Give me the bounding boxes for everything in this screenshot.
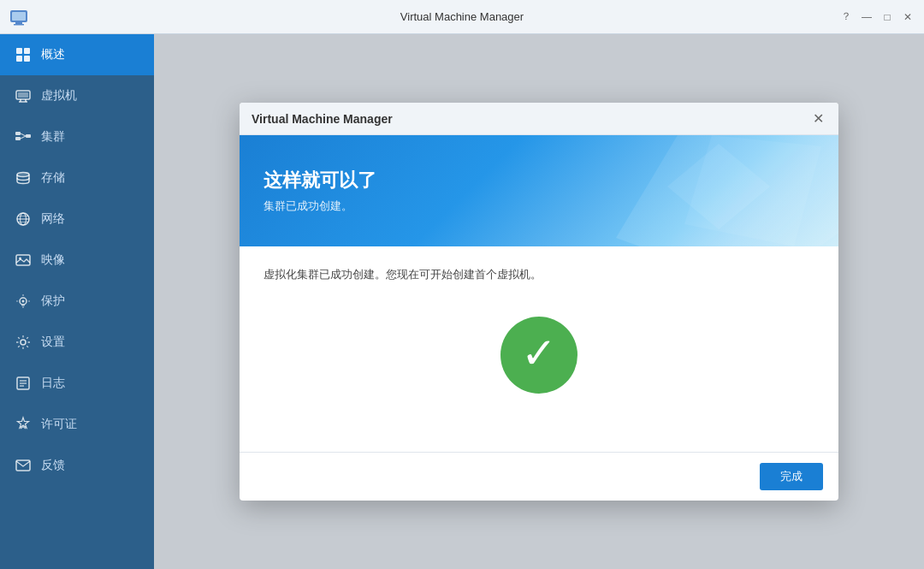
sidebar-item-settings-label: 设置 bbox=[41, 335, 65, 350]
svg-rect-14 bbox=[15, 137, 21, 140]
svg-rect-7 bbox=[24, 56, 30, 62]
maximize-button[interactable]: □ bbox=[880, 9, 895, 25]
svg-rect-6 bbox=[16, 56, 22, 62]
sidebar-item-cluster[interactable]: 集群 bbox=[0, 116, 154, 157]
svg-line-17 bbox=[21, 136, 26, 139]
title-bar-left bbox=[9, 7, 29, 27]
license-icon bbox=[14, 415, 33, 434]
checkmark-icon: ✓ bbox=[521, 332, 557, 375]
vm-icon bbox=[14, 86, 33, 105]
modal-title: Virtual Machine Manager bbox=[252, 112, 393, 126]
modal-footer: 完成 bbox=[240, 452, 838, 501]
svg-rect-2 bbox=[15, 22, 22, 24]
pin-button[interactable]: ？ bbox=[838, 9, 854, 25]
sidebar-item-storage-label: 存储 bbox=[41, 170, 65, 186]
main-layout: 概述 虚拟机 bbox=[0, 34, 924, 569]
logs-icon bbox=[14, 374, 33, 393]
sidebar-item-logs-label: 日志 bbox=[41, 376, 65, 391]
image-icon bbox=[14, 251, 33, 270]
modal-overlay: Virtual Machine Manager ✕ 这样就可以了 集群已成功创建… bbox=[154, 34, 924, 569]
sidebar-item-network[interactable]: 网络 bbox=[0, 199, 154, 240]
sidebar-item-network-label: 网络 bbox=[41, 211, 65, 227]
svg-rect-28 bbox=[21, 305, 25, 306]
svg-point-18 bbox=[17, 173, 29, 177]
banner-title: 这样就可以了 bbox=[264, 168, 814, 193]
svg-point-29 bbox=[21, 340, 26, 345]
svg-rect-15 bbox=[26, 134, 31, 138]
app-icon bbox=[9, 7, 29, 27]
sidebar-item-protection[interactable]: 保护 bbox=[0, 281, 154, 322]
sidebar-item-vm[interactable]: 虚拟机 bbox=[0, 75, 154, 116]
confirm-button[interactable]: 完成 bbox=[760, 463, 823, 490]
sidebar-item-license[interactable]: 许可证 bbox=[0, 404, 154, 445]
svg-rect-36 bbox=[16, 460, 30, 471]
modal-body-text: 虚拟化集群已成功创建。您现在可开始创建首个虚拟机。 bbox=[264, 267, 542, 282]
minimize-button[interactable]: — bbox=[859, 9, 874, 25]
svg-rect-13 bbox=[15, 132, 21, 135]
sidebar-item-logs[interactable]: 日志 bbox=[0, 363, 154, 404]
success-icon-container: ✓ bbox=[264, 317, 814, 394]
title-bar: Virtual Machine Manager ？ — □ ✕ bbox=[0, 0, 924, 34]
sidebar-item-settings[interactable]: 设置 bbox=[0, 322, 154, 363]
sidebar-item-feedback-label: 反馈 bbox=[41, 458, 65, 473]
modal-close-button[interactable]: ✕ bbox=[809, 110, 826, 127]
sidebar-item-overview-label: 概述 bbox=[41, 47, 65, 62]
close-button[interactable]: ✕ bbox=[900, 9, 915, 25]
svg-rect-1 bbox=[12, 12, 26, 21]
modal-header-banner: 这样就可以了 集群已成功创建。 bbox=[240, 135, 838, 246]
cluster-icon bbox=[14, 127, 33, 146]
modal-title-bar: Virtual Machine Manager ✕ bbox=[240, 103, 838, 135]
sidebar-item-overview[interactable]: 概述 bbox=[0, 34, 154, 75]
title-bar-controls: ？ — □ ✕ bbox=[838, 9, 915, 25]
storage-icon bbox=[14, 169, 33, 187]
sidebar: 概述 虚拟机 bbox=[0, 34, 154, 569]
svg-rect-5 bbox=[24, 48, 30, 54]
svg-rect-3 bbox=[14, 24, 24, 26]
banner-subtitle: 集群已成功创建。 bbox=[264, 199, 814, 214]
modal-body: 虚拟化集群已成功创建。您现在可开始创建首个虚拟机。 ✓ bbox=[240, 246, 838, 452]
settings-icon bbox=[14, 333, 33, 352]
sidebar-item-license-label: 许可证 bbox=[41, 417, 77, 432]
overview-icon bbox=[14, 45, 33, 64]
sidebar-item-vm-label: 虚拟机 bbox=[41, 88, 77, 104]
title-bar-title: Virtual Machine Manager bbox=[400, 10, 524, 23]
svg-point-27 bbox=[22, 300, 25, 303]
sidebar-item-image[interactable]: 映像 bbox=[0, 240, 154, 281]
protection-icon bbox=[14, 292, 33, 311]
svg-line-16 bbox=[21, 133, 26, 136]
sidebar-item-protection-label: 保护 bbox=[41, 293, 65, 309]
svg-rect-9 bbox=[18, 92, 28, 98]
network-icon bbox=[14, 210, 33, 228]
sidebar-item-feedback[interactable]: 反馈 bbox=[0, 445, 154, 486]
content-area: Virtual Machine Manager ✕ 这样就可以了 集群已成功创建… bbox=[154, 34, 924, 569]
sidebar-item-image-label: 映像 bbox=[41, 252, 65, 268]
sidebar-item-cluster-label: 集群 bbox=[41, 129, 65, 145]
feedback-icon bbox=[14, 456, 33, 475]
svg-rect-4 bbox=[16, 48, 22, 54]
success-circle: ✓ bbox=[500, 317, 578, 394]
modal-dialog: Virtual Machine Manager ✕ 这样就可以了 集群已成功创建… bbox=[240, 103, 838, 501]
sidebar-item-storage[interactable]: 存储 bbox=[0, 157, 154, 199]
